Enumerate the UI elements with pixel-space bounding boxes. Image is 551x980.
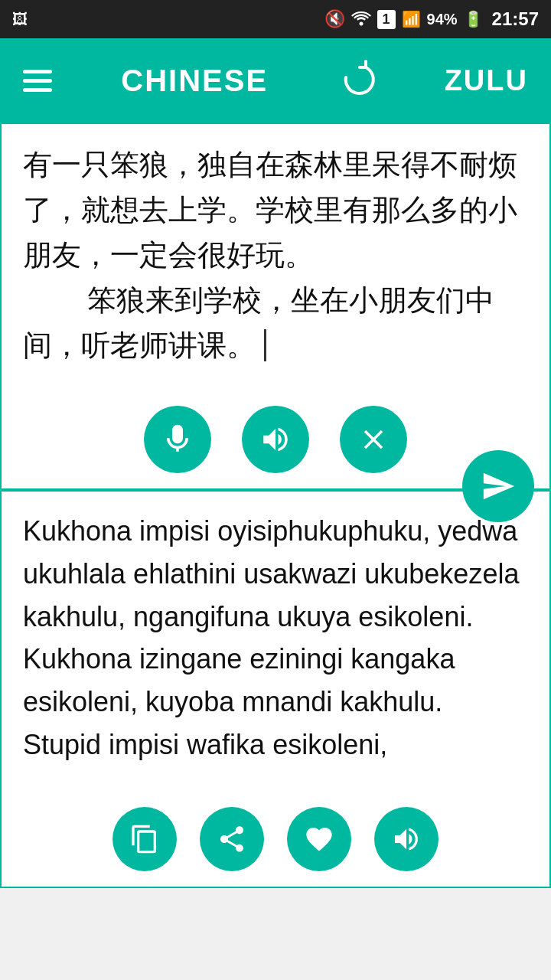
close-icon [357, 423, 390, 456]
target-controls [2, 807, 549, 871]
photo-icon: 🖼 [12, 11, 28, 28]
clear-source-button[interactable] [340, 406, 407, 473]
copy-icon [129, 824, 160, 854]
send-button[interactable] [462, 450, 534, 522]
menu-line-2 [23, 79, 52, 83]
speaker-source-button[interactable] [242, 406, 309, 473]
status-right: 🔇 1 📶 94% 🔋 21:57 [324, 8, 539, 30]
menu-line-3 [23, 88, 52, 92]
target-text: Kukhona impisi oyisiphukuphuku, yedwa uk… [23, 510, 528, 766]
source-controls [2, 406, 549, 473]
send-icon [481, 469, 516, 504]
source-language-label[interactable]: CHINESE [121, 64, 268, 98]
svg-point-0 [359, 21, 363, 25]
swap-languages-button[interactable] [337, 58, 375, 103]
heart-icon [304, 824, 334, 854]
target-panel: Kukhona impisi oyisiphukuphuku, yedwa uk… [0, 490, 551, 888]
menu-line-1 [23, 70, 52, 74]
speaker-target-icon [391, 824, 422, 854]
mute-icon: 🔇 [324, 9, 345, 29]
menu-button[interactable] [23, 70, 52, 92]
favorite-button[interactable] [287, 807, 351, 871]
panels-wrapper: 有一只笨狼，独自在森林里呆得不耐烦了，就想去上学。学校里有那么多的小朋友，一定会… [0, 122, 551, 888]
microphone-button[interactable] [144, 406, 211, 473]
status-bar: 🖼 🔇 1 📶 94% 🔋 21:57 [0, 0, 551, 38]
share-button[interactable] [200, 807, 264, 871]
battery-icon: 🔋 [464, 10, 483, 28]
status-time: 21:57 [492, 8, 539, 30]
battery-text: 94% [427, 11, 458, 28]
text-cursor [256, 329, 266, 361]
sim-icon: 1 [377, 10, 396, 29]
speaker-target-button[interactable] [374, 807, 439, 871]
source-panel: 有一只笨狼，独自在森林里呆得不耐烦了，就想去上学。学校里有那么多的小朋友，一定会… [0, 122, 551, 490]
microphone-icon [161, 423, 194, 456]
signal-icon: 📶 [402, 10, 421, 28]
source-text[interactable]: 有一只笨狼，独自在森林里呆得不耐烦了，就想去上学。学校里有那么多的小朋友，一定会… [23, 142, 528, 368]
copy-button[interactable] [112, 807, 177, 871]
share-icon [217, 824, 247, 854]
top-bar: CHINESE ZULU [0, 38, 551, 122]
target-language-label[interactable]: ZULU [445, 64, 528, 97]
wifi-icon [351, 9, 371, 30]
speaker-source-icon [259, 423, 292, 456]
status-left: 🖼 [12, 11, 28, 28]
